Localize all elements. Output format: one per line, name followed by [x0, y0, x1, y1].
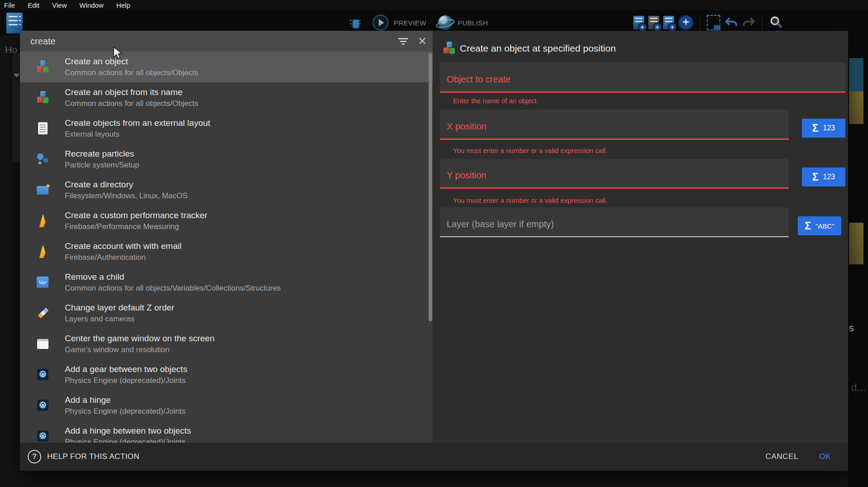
filter-icon[interactable]	[398, 38, 408, 45]
toolbar-search-icon[interactable]	[769, 15, 783, 30]
menu-help[interactable]: Help	[116, 1, 130, 9]
action-title: Create an object at specified position	[460, 43, 616, 54]
x-field-placeholder: X position	[447, 121, 487, 132]
result-subtitle: Common actions for all objects/Objects	[65, 99, 198, 108]
result-row-7[interactable]: Remove a child Common actions for all ob…	[20, 267, 433, 298]
result-row-6[interactable]: Create account with with email Firebase/…	[20, 236, 433, 267]
search-dialog: create × Create an object Common actions…	[20, 31, 848, 471]
result-row-1[interactable]: Create an object from its name Common ac…	[20, 82, 433, 113]
expression-button-label: 123	[823, 173, 835, 181]
result-title: Remove a child	[65, 272, 281, 282]
publish-label: PUBLISH	[458, 19, 488, 27]
result-subtitle: Physics Engine (deprecated)/Joints	[65, 438, 191, 443]
result-row-8[interactable]: Change layer default Z order Layers and …	[20, 298, 433, 329]
result-row-0[interactable]: Create an object Common actions for all …	[20, 52, 433, 82]
y-position-field[interactable]: Y position	[440, 159, 789, 189]
x-expression-button[interactable]: Σ 123	[802, 119, 845, 138]
menu-bar: File Edit View Window Help	[0, 0, 868, 10]
create-object-icon	[443, 42, 456, 55]
debug-icon[interactable]	[350, 16, 361, 29]
result-title: Center the game window on the screen	[65, 334, 215, 344]
redo-icon[interactable]	[742, 16, 756, 29]
x-position-field[interactable]: X position	[440, 110, 789, 140]
close-icon[interactable]: ×	[418, 34, 426, 48]
action-editor-panel: Create an object at specified position O…	[433, 31, 848, 443]
particles-icon	[36, 153, 50, 166]
preview-button[interactable]: PREVIEW	[372, 14, 426, 31]
y-field-placeholder: Y position	[447, 170, 486, 181]
search-results-list: Create an object Common actions for all …	[20, 52, 433, 443]
result-row-2[interactable]: Create objects from an external layout E…	[20, 113, 433, 144]
object-to-create-field[interactable]: Object to create	[440, 62, 845, 93]
add-external-layout-icon[interactable]	[663, 16, 674, 29]
result-row-5[interactable]: Create a custom performance tracker Fire…	[20, 205, 433, 236]
result-title: Create an object from its name	[65, 87, 198, 97]
toolbar-separator	[700, 15, 700, 30]
selection-icon[interactable]	[707, 15, 720, 30]
search-pane: create × Create an object Common actions…	[20, 31, 433, 443]
result-title: Create a directory	[65, 180, 188, 190]
folder-icon	[36, 183, 50, 197]
chevron-down-icon	[14, 74, 20, 77]
ok-button[interactable]: OK	[819, 452, 831, 461]
help-button[interactable]: ? HELP FOR THIS ACTION	[28, 450, 140, 463]
result-subtitle: Layers and cameras	[65, 315, 174, 324]
help-circle-icon: ?	[28, 450, 41, 463]
layer-field-placeholder: Layer (base layer if empty)	[447, 219, 554, 229]
help-label: HELP FOR THIS ACTION	[47, 452, 140, 461]
gear-icon	[36, 430, 50, 443]
result-title: Create an object	[65, 57, 198, 67]
create-object-icon	[36, 60, 50, 74]
result-row-9[interactable]: Center the game window on the screen Gam…	[20, 329, 433, 359]
sigma-icon: Σ	[805, 220, 811, 232]
add-external-events-icon[interactable]	[648, 16, 659, 29]
list-scrollbar-thumb[interactable]	[429, 53, 432, 321]
result-row-11[interactable]: Add a hinge Physics Engine (deprecated)/…	[20, 390, 433, 421]
expression-button-label: 123	[823, 124, 835, 132]
result-title: Create a custom performance tracker	[65, 210, 207, 220]
project-manager-icon[interactable]	[6, 13, 23, 33]
firebase-icon	[36, 214, 50, 228]
background-text-fragment: s	[849, 322, 854, 334]
publish-button[interactable]: PUBLISH	[438, 15, 488, 30]
mouse-cursor	[113, 47, 123, 60]
app-window: File Edit View Window Help PREVIEW PUBLI…	[0, 0, 868, 487]
sigma-icon: Σ	[812, 122, 819, 134]
result-row-4[interactable]: Create a directory Filesystem/Windows, L…	[20, 175, 433, 205]
result-title: Add a hinge between two objects	[65, 426, 191, 436]
menu-file[interactable]: File	[4, 1, 15, 9]
create-object-icon	[36, 91, 50, 105]
expression-button-label: "ABC"	[815, 222, 834, 230]
layer-expression-button[interactable]: Σ "ABC"	[798, 216, 841, 235]
add-scene-icon[interactable]	[633, 16, 644, 29]
result-subtitle: Physics Engine (deprecated)/Joints	[65, 376, 187, 385]
background-olive-block	[849, 223, 863, 264]
result-subtitle: Physics Engine (deprecated)/Joints	[65, 407, 185, 416]
cancel-button[interactable]: CANCEL	[766, 452, 799, 461]
search-header: create ×	[20, 31, 433, 52]
gear-icon	[36, 399, 50, 412]
search-input[interactable]: create	[30, 36, 388, 47]
y-expression-button[interactable]: Σ 123	[802, 167, 845, 186]
result-subtitle: Game's window and resolution	[65, 345, 215, 354]
layer-field[interactable]: Layer (base layer if empty)	[440, 207, 789, 237]
menu-window[interactable]: Window	[79, 1, 103, 9]
background-teal-block	[849, 58, 863, 91]
result-row-3[interactable]: Recreate particles Particle system/Setup	[20, 144, 433, 175]
result-title: Add a hinge	[65, 395, 185, 405]
toolbar-separator	[762, 15, 762, 30]
object-field-placeholder: Object to create	[447, 74, 511, 85]
add-extension-icon[interactable]	[678, 15, 694, 30]
window-icon	[36, 337, 50, 351]
preview-play-icon	[372, 14, 389, 31]
background-text-fragment: d...	[851, 381, 866, 394]
undo-icon[interactable]	[724, 16, 738, 29]
result-title: Add a gear between two objects	[65, 364, 187, 374]
menu-edit[interactable]: Edit	[28, 1, 39, 9]
menu-view[interactable]: View	[52, 1, 67, 9]
result-row-12[interactable]: Add a hinge between two objects Physics …	[20, 421, 433, 443]
background-panel-strip	[13, 53, 20, 162]
result-row-10[interactable]: Add a gear between two objects Physics E…	[20, 359, 433, 390]
result-subtitle: Firebase/Authentication	[65, 253, 182, 262]
preview-label: PREVIEW	[394, 19, 426, 27]
